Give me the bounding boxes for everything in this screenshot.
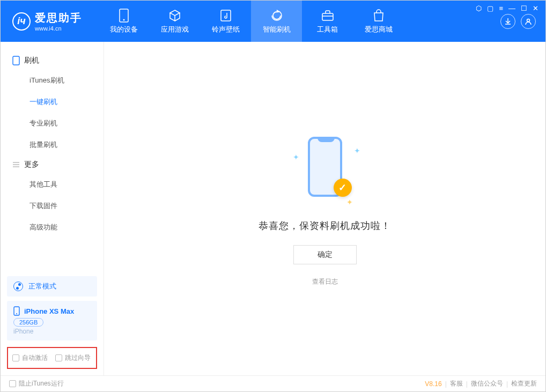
device-icon <box>117 9 131 23</box>
svg-rect-2 <box>221 10 231 21</box>
logo-text: 爱思助手 www.i4.cn <box>35 11 82 32</box>
success-message: 恭喜您，保资料刷机成功啦！ <box>259 219 391 232</box>
options-box: 自动激活 跳过向导 <box>7 347 97 369</box>
user-icon <box>525 18 532 25</box>
success-illustration: ✦ ✦ ✦ ✓ <box>287 131 363 206</box>
mode-status[interactable]: 正常模式 <box>7 276 97 297</box>
tab-store[interactable]: 爱思商城 <box>353 1 404 42</box>
mode-icon <box>13 282 23 291</box>
device-card[interactable]: iPhone XS Max 256GB iPhone <box>7 301 97 341</box>
app-name: 爱思助手 <box>35 11 82 25</box>
tab-label: 工具箱 <box>317 25 338 34</box>
app-url: www.i4.cn <box>35 25 82 32</box>
tab-ringtone-wallpaper[interactable]: 铃声壁纸 <box>200 1 251 42</box>
sidebar-item-other-tools[interactable]: 其他工具 <box>1 174 104 195</box>
svg-rect-7 <box>13 56 19 65</box>
tab-label: 我的设备 <box>110 25 138 34</box>
svg-rect-5 <box>322 13 333 20</box>
refresh-icon <box>270 9 284 23</box>
group-label: 刷机 <box>24 56 39 65</box>
toolbox-icon <box>321 9 335 23</box>
block-itunes-checkbox[interactable]: 阻止iTunes运行 <box>9 379 64 388</box>
tab-apps-games[interactable]: 应用游戏 <box>149 1 200 42</box>
view-log-link[interactable]: 查看日志 <box>312 277 338 286</box>
device-type: iPhone <box>13 328 91 335</box>
tab-label: 智能刷机 <box>263 25 291 34</box>
checkbox-label: 跳过向导 <box>65 353 91 363</box>
mode-label: 正常模式 <box>28 282 56 291</box>
bag-icon <box>372 9 386 23</box>
logo: iч 爱思助手 www.i4.cn <box>12 11 82 32</box>
menu-icon[interactable]: ≡ <box>499 4 503 12</box>
support-link[interactable]: 客服 <box>450 379 463 388</box>
close-button[interactable]: ✕ <box>533 4 538 12</box>
checkbox-icon <box>9 380 16 387</box>
tab-label: 铃声壁纸 <box>212 25 240 34</box>
header-right <box>500 14 536 29</box>
download-icon <box>504 18 512 25</box>
checkbox-icon <box>12 354 19 361</box>
sidebar-item-download-firmware[interactable]: 下载固件 <box>1 195 104 217</box>
checkbox-label: 自动激活 <box>22 353 48 363</box>
check-update-link[interactable]: 检查更新 <box>511 379 537 388</box>
device-storage-badge: 256GB <box>13 318 43 327</box>
sparkle-icon: ✦ <box>354 146 360 155</box>
main-content: ✦ ✦ ✦ ✓ 恭喜您，保资料刷机成功啦！ 确定 查看日志 <box>104 42 545 375</box>
shirt-icon[interactable]: ⬡ <box>476 4 482 12</box>
sidebar-item-oneclick-flash[interactable]: 一键刷机 <box>1 91 104 113</box>
window-controls: ⬡ ▢ ≡ — ☐ ✕ <box>476 4 538 12</box>
minimize-button[interactable]: — <box>508 4 515 12</box>
checkbox-icon <box>55 354 62 361</box>
tab-my-device[interactable]: 我的设备 <box>98 1 149 42</box>
sidebar-item-itunes-flash[interactable]: iTunes刷机 <box>1 70 104 91</box>
auto-activate-checkbox[interactable]: 自动激活 <box>12 353 48 363</box>
checkmark-badge-icon: ✓ <box>334 179 352 197</box>
list-icon <box>12 161 20 168</box>
nav-tabs: 我的设备 应用游戏 铃声壁纸 智能刷机 工具箱 爱思商城 <box>98 1 404 42</box>
sidebar-group-more: 更多 <box>1 156 104 174</box>
svg-point-6 <box>527 19 530 21</box>
wechat-link[interactable]: 微信公众号 <box>471 379 503 388</box>
sidebar: 刷机 iTunes刷机 一键刷机 专业刷机 批量刷机 更多 其他工具 下载固件 … <box>1 42 104 375</box>
svg-point-1 <box>123 19 124 20</box>
body: 刷机 iTunes刷机 一键刷机 专业刷机 批量刷机 更多 其他工具 下载固件 … <box>1 42 545 375</box>
app-header: iч 爱思助手 www.i4.cn 我的设备 应用游戏 铃声壁纸 智能刷机 工具… <box>1 1 545 42</box>
cube-icon <box>168 9 182 23</box>
svg-marker-4 <box>277 10 279 13</box>
sidebar-item-advanced[interactable]: 高级功能 <box>1 217 104 238</box>
logo-icon: iч <box>12 12 31 31</box>
sidebar-group-flash: 刷机 <box>1 51 104 70</box>
footer: 阻止iTunes运行 V8.16 | 客服 | 微信公众号 | 检查更新 <box>1 375 545 391</box>
tab-label: 应用游戏 <box>161 25 189 34</box>
sidebar-item-pro-flash[interactable]: 专业刷机 <box>1 113 104 134</box>
svg-point-9 <box>16 313 17 314</box>
scan-icon[interactable]: ▢ <box>487 4 493 12</box>
version-label: V8.16 <box>425 380 441 388</box>
group-label: 更多 <box>24 160 39 169</box>
device-name: iPhone XS Max <box>24 307 74 315</box>
sparkle-icon: ✦ <box>293 153 299 161</box>
device-icon <box>13 306 20 316</box>
skip-wizard-checkbox[interactable]: 跳过向导 <box>55 353 91 363</box>
ok-button[interactable]: 确定 <box>293 245 357 264</box>
maximize-button[interactable]: ☐ <box>521 4 527 12</box>
checkbox-label: 阻止iTunes运行 <box>19 379 64 388</box>
download-button[interactable] <box>500 14 515 29</box>
tab-label: 爱思商城 <box>365 25 393 34</box>
phone-icon <box>12 56 20 65</box>
sparkle-icon: ✦ <box>346 198 353 206</box>
tab-toolbox[interactable]: 工具箱 <box>302 1 353 42</box>
tab-smart-flash[interactable]: 智能刷机 <box>251 1 302 42</box>
sidebar-item-batch-flash[interactable]: 批量刷机 <box>1 134 104 156</box>
user-button[interactable] <box>521 14 536 29</box>
music-icon <box>219 9 233 23</box>
